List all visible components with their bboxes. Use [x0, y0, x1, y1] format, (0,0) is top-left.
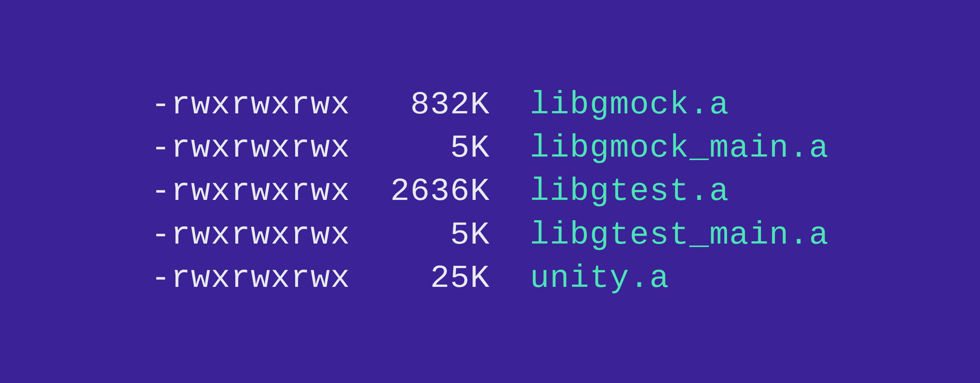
- file-permissions: -rwxrwxrwx: [151, 170, 350, 213]
- file-row: -rwxrwxrwx 25K unity.a: [151, 257, 829, 300]
- file-size: 25K: [350, 257, 490, 300]
- file-name: libgmock.a: [530, 83, 729, 126]
- file-permissions: -rwxrwxrwx: [151, 257, 350, 300]
- file-size: 2636K: [350, 170, 490, 213]
- file-name: libgmock_main.a: [530, 126, 829, 170]
- file-name: libgtest.a: [530, 170, 729, 213]
- file-permissions: -rwxrwxrwx: [151, 213, 350, 257]
- file-row: -rwxrwxrwx 5K libgmock_main.a: [151, 126, 829, 170]
- terminal-output: -rwxrwxrwx 832K libgmock.a -rwxrwxrwx 5K…: [151, 83, 829, 300]
- file-permissions: -rwxrwxrwx: [151, 126, 350, 170]
- file-permissions: -rwxrwxrwx: [151, 83, 350, 126]
- file-row: -rwxrwxrwx 832K libgmock.a: [151, 83, 829, 126]
- file-name: libgtest_main.a: [530, 213, 829, 257]
- file-row: -rwxrwxrwx 2636K libgtest.a: [151, 170, 829, 213]
- file-size: 5K: [350, 126, 490, 170]
- file-row: -rwxrwxrwx 5K libgtest_main.a: [151, 213, 829, 257]
- file-size: 5K: [350, 213, 490, 257]
- file-name: unity.a: [530, 257, 670, 300]
- file-size: 832K: [350, 83, 490, 126]
